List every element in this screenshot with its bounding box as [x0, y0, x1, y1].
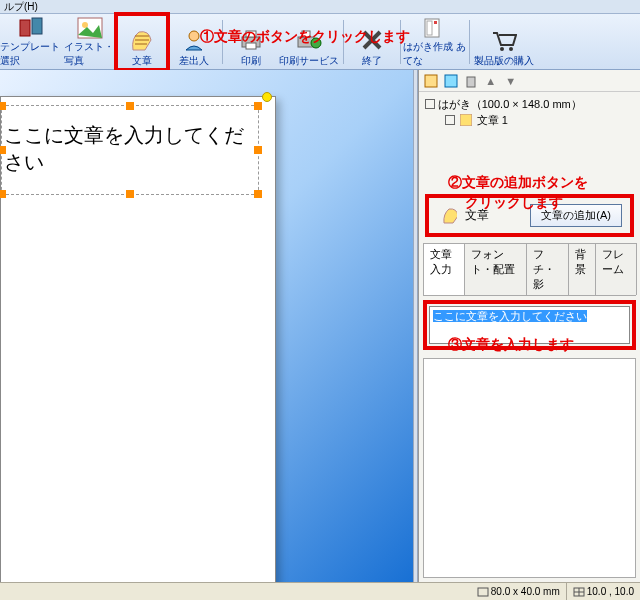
text-button[interactable]: 文章 — [116, 16, 168, 68]
tree-checkbox[interactable] — [425, 99, 435, 109]
tab-frame[interactable]: フレーム — [595, 243, 637, 295]
resize-handle[interactable] — [0, 102, 6, 110]
text-section-header: 文章 文章の追加(A) — [425, 194, 634, 237]
text-node-icon — [458, 112, 474, 128]
btn-label: 製品版の購入 — [474, 54, 534, 68]
down-arrow-icon[interactable]: ▼ — [503, 73, 519, 89]
preview-panel — [423, 358, 636, 578]
print-service-button[interactable]: 印刷サービス — [277, 16, 341, 68]
resize-handle[interactable] — [126, 102, 134, 110]
btn-label: はがき作成 あてな — [403, 40, 467, 68]
tree-tool-icon[interactable] — [443, 73, 459, 89]
svg-rect-16 — [425, 75, 437, 87]
size-icon — [477, 587, 489, 597]
hagaki-button[interactable]: はがき作成 あてな — [403, 16, 467, 68]
printer-icon — [237, 26, 265, 54]
print-service-icon — [295, 26, 323, 54]
text-frame[interactable]: ここに文章を入力してください — [1, 105, 259, 195]
illust-icon — [76, 16, 104, 40]
svg-rect-20 — [478, 588, 488, 596]
svg-point-15 — [509, 47, 513, 51]
workspace: ここに文章を入力してください ▲ ▼ はがき（1 — [0, 70, 640, 582]
svg-rect-12 — [434, 21, 437, 24]
svg-rect-17 — [445, 75, 457, 87]
up-arrow-icon[interactable]: ▲ — [483, 73, 499, 89]
page[interactable]: ここに文章を入力してください — [0, 96, 276, 582]
tab-text-input[interactable]: 文章入力 — [423, 243, 465, 295]
print-button[interactable]: 印刷 — [225, 16, 277, 68]
status-pos: 10.0 , 10.0 — [566, 583, 640, 600]
btn-label: 差出人 — [179, 54, 209, 68]
template-icon — [18, 16, 46, 40]
svg-point-10 — [311, 38, 321, 48]
svg-rect-19 — [460, 114, 472, 126]
tree-row-item[interactable]: 文章 1 — [425, 112, 636, 128]
statusbar: 80.0 x 40.0 mm 10.0 , 10.0 — [0, 582, 640, 600]
sender-button[interactable]: 差出人 — [168, 16, 220, 68]
layer-tree[interactable]: はがき（100.0 × 148.0 mm） 文章 1 — [419, 92, 640, 136]
resize-handle[interactable] — [126, 190, 134, 198]
resize-handle[interactable] — [254, 190, 262, 198]
placeholder-text: ここに文章を入力してください — [2, 106, 258, 176]
resize-handle[interactable] — [0, 190, 6, 198]
text-input-wrap: ここに文章を入力してください — [423, 300, 636, 350]
tab-background[interactable]: 背景 — [568, 243, 596, 295]
tab-font[interactable]: フォント・配置 — [464, 243, 527, 295]
tree-label: はがき（100.0 × 148.0 mm） — [438, 96, 582, 112]
tab-border[interactable]: フチ・影 — [526, 243, 568, 295]
add-text-button[interactable]: 文章の追加(A) — [530, 204, 622, 227]
menu-help[interactable]: ルプ(H) — [4, 1, 38, 12]
side-panel: ▲ ▼ はがき（100.0 × 148.0 mm） 文章 1 文章 文章の追加(… — [418, 70, 640, 582]
rotate-handle[interactable] — [262, 92, 272, 102]
exit-button[interactable]: 終了 — [346, 16, 398, 68]
svg-point-14 — [500, 47, 504, 51]
svg-rect-9 — [302, 31, 310, 37]
btn-label: 印刷サービス — [279, 54, 339, 68]
tree-tool-icon[interactable] — [463, 73, 479, 89]
tree-checkbox[interactable] — [445, 115, 455, 125]
resize-handle[interactable] — [254, 146, 262, 154]
sender-icon — [180, 26, 208, 54]
separator — [400, 20, 401, 64]
canvas-area[interactable]: ここに文章を入力してください — [0, 70, 413, 582]
purchase-button[interactable]: 製品版の購入 — [472, 16, 536, 68]
separator — [469, 20, 470, 64]
tree-tool-icon[interactable] — [423, 73, 439, 89]
svg-point-4 — [189, 31, 199, 41]
exit-icon — [358, 26, 386, 54]
tree-row-root[interactable]: はがき（100.0 × 148.0 mm） — [425, 96, 636, 112]
status-size: 80.0 x 40.0 mm — [471, 583, 566, 600]
svg-rect-18 — [467, 77, 475, 87]
template-select-button[interactable]: テンプレート選択 — [0, 16, 64, 68]
btn-label: イラスト・写真 — [64, 40, 116, 68]
svg-rect-0 — [20, 20, 30, 36]
svg-rect-7 — [246, 43, 256, 49]
resize-handle[interactable] — [254, 102, 262, 110]
resize-handle[interactable] — [0, 146, 6, 154]
section-title: 文章 — [465, 207, 489, 224]
tree-label: 文章 1 — [477, 112, 508, 128]
separator — [343, 20, 344, 64]
btn-label: 印刷 — [241, 54, 261, 68]
text-input[interactable]: ここに文章を入力してください — [429, 306, 630, 344]
separator — [222, 20, 223, 64]
hagaki-icon — [421, 16, 449, 40]
text-icon — [128, 26, 156, 54]
tree-toolbar: ▲ ▼ — [419, 70, 640, 92]
btn-label: テンプレート選択 — [0, 40, 64, 68]
toolbar: テンプレート選択 イラスト・写真 文章 差出人 印刷 印刷サービス 終了 はがき… — [0, 14, 640, 70]
cart-icon — [490, 26, 518, 54]
menubar[interactable]: ルプ(H) — [0, 0, 640, 14]
pos-icon — [573, 587, 585, 597]
btn-label: 終了 — [362, 54, 382, 68]
text-icon — [441, 208, 457, 224]
illust-photo-button[interactable]: イラスト・写真 — [64, 16, 116, 68]
svg-rect-1 — [32, 18, 42, 34]
property-tabs: 文章入力 フォント・配置 フチ・影 背景 フレーム — [423, 243, 636, 296]
svg-rect-6 — [246, 31, 256, 37]
btn-label: 文章 — [132, 54, 152, 68]
